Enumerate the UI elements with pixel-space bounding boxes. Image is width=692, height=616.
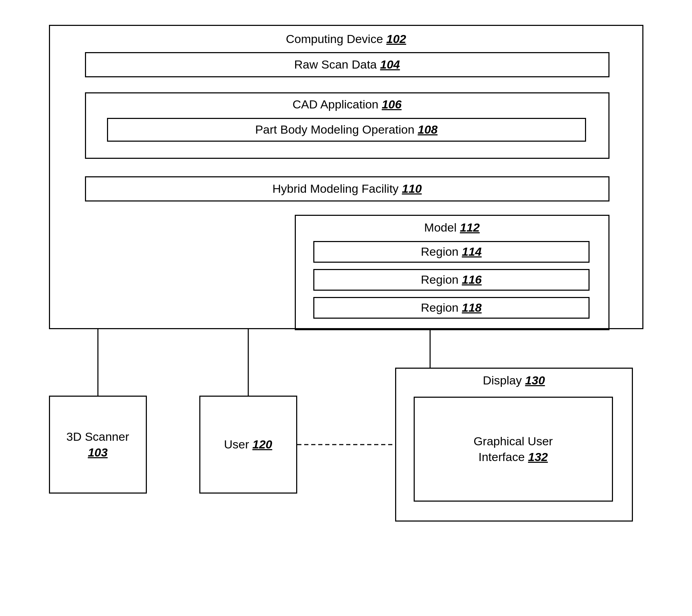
display-box: Display 130 Graphical UserInterface 132 bbox=[395, 368, 633, 522]
user-num: 120 bbox=[252, 438, 272, 451]
region-116-num: 116 bbox=[462, 273, 482, 286]
part-body-box: Part Body Modeling Operation 108 bbox=[107, 118, 586, 142]
scanner-num: 103 bbox=[88, 446, 108, 459]
hybrid-label: Hybrid Modeling Facility 110 bbox=[272, 182, 422, 196]
gui-num: 132 bbox=[528, 450, 548, 463]
computing-device-num: 102 bbox=[386, 32, 406, 45]
diagram: Computing Device 102 Raw Scan Data 104 C… bbox=[28, 18, 664, 599]
computing-device-label: Computing Device 102 bbox=[286, 32, 406, 46]
gui-label: Graphical UserInterface 132 bbox=[473, 433, 553, 464]
raw-scan-label: Raw Scan Data 104 bbox=[294, 58, 400, 71]
cad-app-num: 106 bbox=[382, 98, 402, 111]
raw-scan-box: Raw Scan Data 104 bbox=[85, 52, 609, 77]
scanner-box: 3D Scanner103 bbox=[49, 396, 147, 494]
user-label: User 120 bbox=[224, 438, 272, 451]
model-num: 112 bbox=[460, 221, 480, 234]
raw-scan-num: 104 bbox=[380, 58, 400, 71]
scanner-label: 3D Scanner103 bbox=[66, 429, 129, 460]
region-116-box: Region 116 bbox=[313, 269, 590, 291]
region-114-box: Region 114 bbox=[313, 241, 590, 263]
part-body-label: Part Body Modeling Operation 108 bbox=[255, 123, 438, 136]
cad-app-box: CAD Application 106 Part Body Modeling O… bbox=[85, 92, 609, 159]
region-116-label: Region 116 bbox=[421, 273, 482, 286]
cad-app-label: CAD Application 106 bbox=[293, 98, 402, 111]
computing-device-box: Computing Device 102 Raw Scan Data 104 C… bbox=[49, 25, 643, 329]
hybrid-num: 110 bbox=[402, 182, 422, 195]
model-label: Model 112 bbox=[424, 221, 480, 234]
region-118-box: Region 118 bbox=[313, 297, 590, 319]
user-box: User 120 bbox=[199, 396, 297, 494]
display-num: 130 bbox=[525, 374, 545, 387]
region-118-label: Region 118 bbox=[421, 301, 482, 314]
part-body-num: 108 bbox=[418, 123, 438, 136]
region-114-num: 114 bbox=[462, 245, 482, 258]
display-label: Display 130 bbox=[483, 374, 545, 387]
hybrid-box: Hybrid Modeling Facility 110 bbox=[85, 176, 609, 201]
model-box: Model 112 Region 114 Region 116 Region 1… bbox=[295, 215, 609, 330]
gui-box: Graphical UserInterface 132 bbox=[414, 397, 613, 502]
region-114-label: Region 114 bbox=[421, 245, 482, 259]
region-118-num: 118 bbox=[462, 301, 482, 314]
